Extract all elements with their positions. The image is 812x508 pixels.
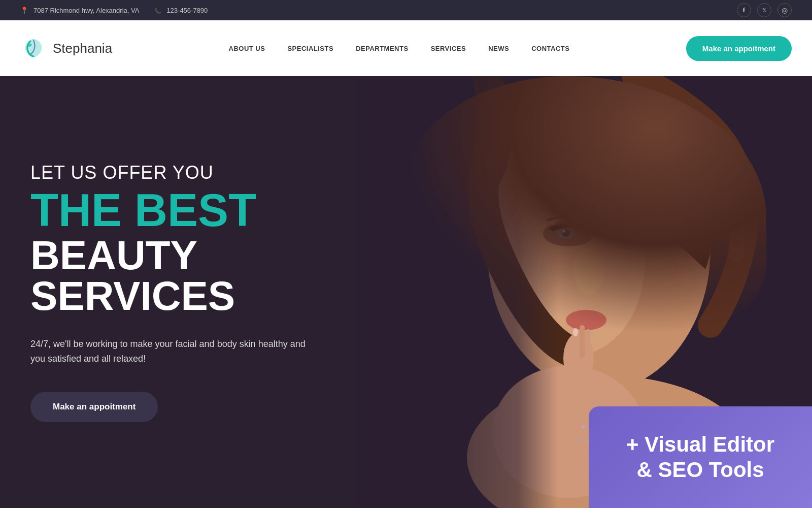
svg-point-25	[578, 438, 580, 441]
nav-contacts[interactable]: CONTACTS	[531, 45, 569, 52]
svg-point-9	[562, 229, 570, 237]
logo[interactable]: Stephania	[20, 35, 112, 61]
hero-description: 24/7, we'll be working to make your faci…	[30, 337, 315, 366]
svg-rect-31	[586, 329, 591, 357]
hero-cta-button[interactable]: Make an appoitment	[30, 392, 158, 422]
badge-line1: + Visual Editor	[626, 432, 774, 457]
svg-point-12	[557, 215, 559, 217]
svg-point-6	[566, 310, 606, 330]
svg-point-3	[502, 173, 645, 356]
svg-point-10	[562, 230, 565, 233]
svg-point-13	[545, 220, 547, 223]
svg-rect-29	[572, 330, 579, 361]
svg-point-15	[537, 228, 539, 230]
svg-point-23	[582, 425, 585, 428]
badge-text: + Visual Editor & SEO Tools	[626, 432, 774, 483]
svg-point-7	[543, 221, 594, 246]
svg-rect-30	[580, 325, 585, 358]
logo-icon	[20, 35, 47, 61]
nav-services[interactable]: SERVICES	[431, 45, 466, 52]
svg-rect-33	[355, 76, 558, 508]
svg-point-17	[543, 213, 544, 214]
logo-text: Stephania	[53, 41, 112, 56]
promo-badge: + Visual Editor & SEO Tools	[589, 406, 812, 508]
svg-point-11	[552, 222, 555, 225]
phone-text: 123-456-7890	[166, 7, 208, 14]
nav-about-us[interactable]: ABOUT US	[229, 45, 265, 52]
address-item: 7087 Richmond hwy, Alexandria, VA	[20, 7, 139, 14]
instagram-icon[interactable]	[777, 3, 792, 17]
hero-content: LET US OFFER YOU THE BEST BEAUTY SERVICE…	[0, 76, 355, 508]
svg-point-18	[561, 218, 563, 220]
svg-point-32	[573, 328, 578, 336]
facebook-icon[interactable]	[737, 3, 751, 17]
badge-line2: & SEO Tools	[626, 457, 774, 483]
svg-point-4	[507, 97, 690, 239]
top-bar: 7087 Richmond hwy, Alexandria, VA 123-45…	[0, 0, 812, 20]
nav-specialists[interactable]: SPECIALISTS	[287, 45, 333, 52]
nav-news[interactable]: NEWS	[488, 45, 509, 52]
nav-departments[interactable]: DEPARTMENTS	[356, 45, 408, 52]
hero-title-white: BEAUTY SERVICES	[30, 235, 325, 316]
main-nav: ABOUT US SPECIALISTS DEPARTMENTS SERVICE…	[229, 45, 570, 52]
hero-subtitle: LET US OFFER YOU	[30, 162, 325, 183]
svg-point-19	[555, 205, 557, 207]
location-icon	[20, 7, 30, 14]
svg-point-8	[557, 227, 575, 239]
header: Stephania ABOUT US SPECIALISTS DEPARTMEN…	[0, 20, 812, 76]
phone-icon	[154, 7, 163, 14]
phone-item: 123-456-7890	[154, 7, 208, 14]
header-cta-button[interactable]: Make an appoitment	[686, 36, 792, 61]
hero-title-teal: THE BEST	[30, 187, 325, 233]
svg-point-5	[573, 244, 604, 295]
top-bar-contacts: 7087 Richmond hwy, Alexandria, VA 123-45…	[20, 7, 208, 14]
address-text: 7087 Richmond hwy, Alexandria, VA	[33, 7, 139, 14]
svg-point-16	[550, 207, 552, 209]
hero-section: LET US OFFER YOU THE BEST BEAUTY SERVICE…	[0, 76, 812, 508]
svg-point-20	[532, 220, 534, 222]
social-icons	[737, 3, 792, 17]
svg-point-14	[565, 210, 567, 212]
twitter-icon[interactable]	[757, 3, 771, 17]
